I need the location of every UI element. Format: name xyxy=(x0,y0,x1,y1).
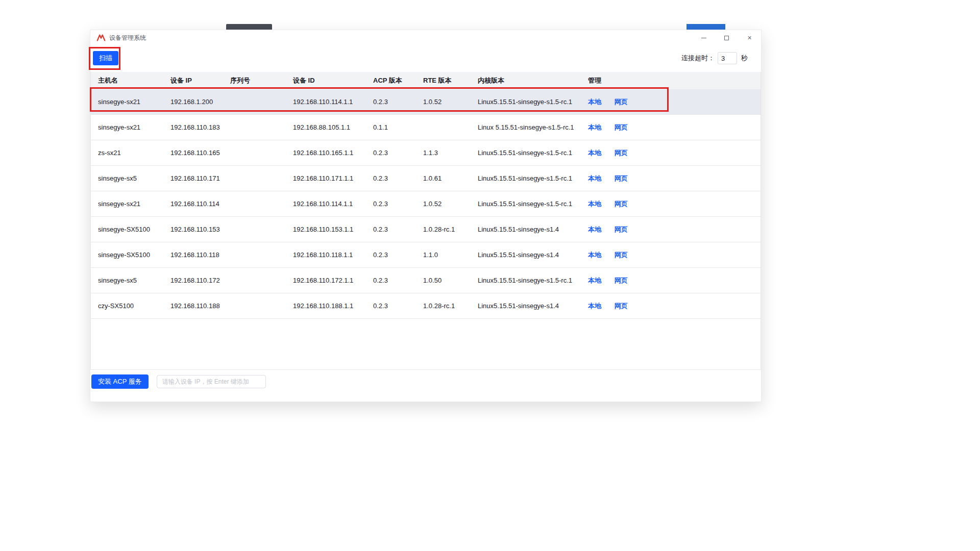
header-acp-version: ACP 版本 xyxy=(366,76,416,85)
cell-device-ip: 192.168.110.114 xyxy=(163,200,223,208)
cell-device-id: 192.168.110.188.1.1 xyxy=(286,302,366,310)
timeout-label: 连接超时： xyxy=(681,54,715,63)
close-button[interactable]: × xyxy=(738,30,761,45)
web-link[interactable]: 网页 xyxy=(615,200,628,208)
cell-device-id: 192.168.110.171.1.1 xyxy=(286,174,366,182)
cell-rte-version: 1.0.28-rc.1 xyxy=(416,226,471,233)
cell-kernel-version: Linux5.15.51-sinsegye-s1.5-rc.1 xyxy=(471,200,581,208)
table-row[interactable]: sinsegye-sx5 192.168.110.171 192.168.110… xyxy=(91,166,761,191)
cell-acp-version: 0.2.3 xyxy=(366,174,416,182)
web-link[interactable]: 网页 xyxy=(615,123,628,131)
close-icon: × xyxy=(747,34,751,41)
cell-rte-version: 1.0.61 xyxy=(416,174,471,182)
web-link[interactable]: 网页 xyxy=(615,277,628,284)
timeout-group: 连接超时： 秒 xyxy=(681,52,748,64)
cell-manage: 本地 网页 xyxy=(581,251,761,260)
cell-acp-version: 0.2.3 xyxy=(366,251,416,259)
table-row[interactable]: czy-SX5100 192.168.110.188 192.168.110.1… xyxy=(91,293,761,319)
cell-hostname: sinsegye-SX5100 xyxy=(91,251,163,259)
occluded-window-fragment-dark xyxy=(226,24,272,30)
minimize-button[interactable] xyxy=(692,30,715,45)
cell-device-id: 192.168.110.114.1.1 xyxy=(286,98,366,106)
cell-kernel-version: Linux5.15.51-sinsegye-s1.5-rc.1 xyxy=(471,149,581,157)
table-row[interactable]: sinsegye-sx21 192.168.110.183 192.168.88… xyxy=(91,115,761,140)
local-link[interactable]: 本地 xyxy=(588,123,601,131)
cell-rte-version: 1.1.0 xyxy=(416,251,471,259)
cell-manage: 本地 网页 xyxy=(581,148,761,158)
cell-kernel-version: Linux5.15.51-sinsegye-s1.5-rc.1 xyxy=(471,174,581,182)
timeout-unit: 秒 xyxy=(741,54,748,63)
cell-device-id: 192.168.110.114.1.1 xyxy=(286,200,366,208)
cell-hostname: czy-SX5100 xyxy=(91,302,163,310)
cell-device-ip: 192.168.110.183 xyxy=(163,123,223,131)
web-link[interactable]: 网页 xyxy=(615,302,628,310)
cell-device-id: 192.168.110.153.1.1 xyxy=(286,226,366,233)
local-link[interactable]: 本地 xyxy=(588,277,601,284)
cell-rte-version: 1.0.52 xyxy=(416,200,471,208)
cell-device-id: 192.168.110.118.1.1 xyxy=(286,251,366,259)
cell-hostname: sinsegye-sx5 xyxy=(91,277,163,284)
cell-device-ip: 192.168.110.118 xyxy=(163,251,223,259)
table-row[interactable]: sinsegye-SX5100 192.168.110.118 192.168.… xyxy=(91,242,761,268)
cell-device-ip: 192.168.1.200 xyxy=(163,98,223,106)
cell-acp-version: 0.2.3 xyxy=(366,302,416,310)
header-kernel-version: 内核版本 xyxy=(471,76,581,85)
cell-device-ip: 192.168.110.165 xyxy=(163,149,223,157)
cell-hostname: sinsegye-sx21 xyxy=(91,200,163,208)
local-link[interactable]: 本地 xyxy=(588,226,601,233)
local-link[interactable]: 本地 xyxy=(588,174,601,182)
cell-rte-version: 1.0.28-rc.1 xyxy=(416,302,471,310)
window-title: 设备管理系统 xyxy=(109,34,146,42)
toolbar: 扫描 连接超时： 秒 xyxy=(90,51,761,65)
titlebar: 设备管理系统 × xyxy=(90,30,761,45)
cell-device-id: 192.168.110.172.1.1 xyxy=(286,277,366,284)
cell-kernel-version: Linux 5.15.51-sinsegye-s1.5-rc.1 xyxy=(471,123,581,131)
header-device-ip: 设备 IP xyxy=(163,76,223,85)
cell-hostname: sinsegye-sx21 xyxy=(91,98,163,106)
header-device-id: 设备 ID xyxy=(286,76,366,85)
local-link[interactable]: 本地 xyxy=(588,200,601,208)
cell-hostname: sinsegye-sx21 xyxy=(91,123,163,131)
cell-hostname: zs-sx21 xyxy=(91,149,163,157)
local-link[interactable]: 本地 xyxy=(588,149,601,157)
cell-acp-version: 0.2.3 xyxy=(366,226,416,233)
cell-rte-version: 1.0.52 xyxy=(416,98,471,106)
device-table: 主机名 设备 IP 序列号 设备 ID ACP 版本 RTE 版本 内核版本 管… xyxy=(90,72,761,370)
table-header: 主机名 设备 IP 序列号 设备 ID ACP 版本 RTE 版本 内核版本 管… xyxy=(91,72,761,89)
cell-manage: 本地 网页 xyxy=(581,199,761,209)
cell-manage: 本地 网页 xyxy=(581,225,761,234)
local-link[interactable]: 本地 xyxy=(588,302,601,310)
timeout-input[interactable] xyxy=(718,52,737,64)
device-ip-input[interactable] xyxy=(157,375,266,388)
install-acp-button[interactable]: 安装 ACP 服务 xyxy=(91,374,149,389)
footer: 安装 ACP 服务 xyxy=(90,374,761,389)
web-link[interactable]: 网页 xyxy=(615,174,628,182)
web-link[interactable]: 网页 xyxy=(615,98,628,106)
web-link[interactable]: 网页 xyxy=(615,251,628,259)
device-table-body: sinsegye-sx21 192.168.1.200 192.168.110.… xyxy=(91,89,761,319)
table-row[interactable]: sinsegye-SX5100 192.168.110.153 192.168.… xyxy=(91,217,761,242)
local-link[interactable]: 本地 xyxy=(588,98,601,106)
scan-button[interactable]: 扫描 xyxy=(93,51,118,65)
table-row[interactable]: sinsegye-sx21 192.168.1.200 192.168.110.… xyxy=(91,89,761,115)
local-link[interactable]: 本地 xyxy=(588,251,601,259)
table-row[interactable]: sinsegye-sx21 192.168.110.114 192.168.11… xyxy=(91,191,761,217)
cell-acp-version: 0.2.3 xyxy=(366,149,416,157)
cell-manage: 本地 网页 xyxy=(581,302,761,311)
table-row[interactable]: zs-sx21 192.168.110.165 192.168.110.165.… xyxy=(91,140,761,166)
cell-rte-version: 1.0.50 xyxy=(416,277,471,284)
web-link[interactable]: 网页 xyxy=(615,149,628,157)
minimize-icon xyxy=(701,38,706,38)
web-link[interactable]: 网页 xyxy=(615,226,628,233)
cell-manage: 本地 网页 xyxy=(581,97,761,107)
cell-hostname: sinsegye-SX5100 xyxy=(91,226,163,233)
cell-kernel-version: Linux5.15.51-sinsegye-s1.5-rc.1 xyxy=(471,98,581,106)
cell-kernel-version: Linux5.15.51-sinsegye-s1.5-rc.1 xyxy=(471,277,581,284)
app-logo-icon xyxy=(96,34,106,41)
cell-kernel-version: Linux5.15.51-sinsegye-s1.4 xyxy=(471,302,581,310)
cell-kernel-version: Linux5.15.51-sinsegye-s1.4 xyxy=(471,226,581,233)
cell-device-ip: 192.168.110.171 xyxy=(163,174,223,182)
maximize-button[interactable] xyxy=(715,30,738,45)
cell-manage: 本地 网页 xyxy=(581,174,761,183)
table-row[interactable]: sinsegye-sx5 192.168.110.172 192.168.110… xyxy=(91,268,761,293)
